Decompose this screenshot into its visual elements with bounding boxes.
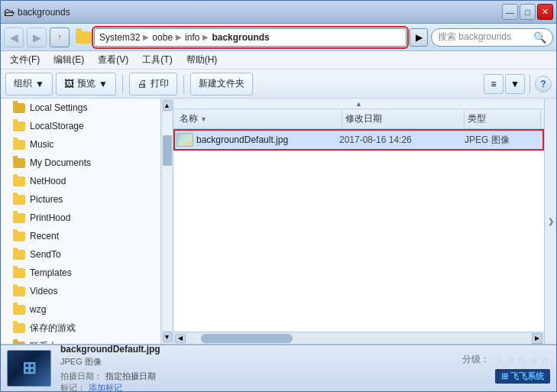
path-sep-2: ▶	[176, 33, 182, 41]
scroll-track	[163, 112, 172, 330]
maximize-button[interactable]: □	[520, 4, 536, 20]
preview-button[interactable]: 🖼 预览 ▼	[56, 73, 116, 96]
sidebar-label-my-documents: My Documents	[30, 157, 91, 168]
menu-view[interactable]: 查看(V)	[92, 52, 134, 68]
path-part-1: System32	[99, 32, 140, 43]
sidebar: Local Settings LocalStorage Music My Doc…	[1, 99, 161, 344]
sidebar-item-local-settings[interactable]: Local Settings	[1, 99, 160, 117]
sidebar-label-pictures: Pictures	[30, 194, 63, 205]
sidebar-item-recent[interactable]: Recent	[1, 227, 160, 245]
sidebar-label-localstorage: LocalStorage	[30, 121, 84, 131]
menu-help[interactable]: 帮助(H)	[180, 52, 224, 68]
sidebar-item-wzg[interactable]: wzg	[1, 300, 160, 319]
address-bar-row: ◀ ▶ ↑ System32 ▶ oobe ▶ info ▶ backgroun…	[1, 24, 556, 51]
folder-icon-wzg	[13, 305, 25, 315]
sort-indicator: ▲	[173, 99, 544, 109]
sidebar-label-recent: Recent	[30, 231, 59, 241]
hscroll-right-btn[interactable]: ▶	[532, 333, 542, 344]
status-thumb-logo: ⊞	[22, 358, 36, 378]
folder-icon-videos	[13, 287, 25, 296]
rating-label: 分级：	[462, 353, 490, 366]
sort-arrow: ▲	[355, 100, 362, 108]
sidebar-item-music[interactable]: Music	[1, 135, 160, 154]
go-button[interactable]: ▶	[410, 28, 428, 47]
star-3[interactable]: ☆	[517, 354, 527, 366]
sidebar-item-videos[interactable]: Videos	[1, 282, 160, 300]
folder-icon-localstorage	[13, 121, 25, 131]
menu-tools[interactable]: 工具(T)	[136, 52, 178, 68]
scroll-thumb[interactable]	[163, 135, 172, 166]
sidebar-item-sendto[interactable]: SendTo	[1, 245, 160, 264]
folder-icon-pictures	[13, 195, 25, 205]
col-type-label: 类型	[468, 112, 486, 125]
up-button[interactable]: ↑	[50, 28, 70, 47]
col-header-name[interactable]: 名称 ▼	[176, 109, 342, 128]
toolbar-separator-1	[122, 75, 123, 93]
tags-value[interactable]: 添加标记	[89, 382, 122, 393]
search-icon[interactable]: 🔍	[533, 31, 546, 44]
address-path[interactable]: System32 ▶ oobe ▶ info ▶ backgrounds	[94, 28, 406, 47]
sidebar-label-local-settings: Local Settings	[30, 102, 87, 113]
hscroll-left-btn[interactable]: ◀	[175, 334, 186, 343]
col-date-label: 修改日期	[345, 112, 382, 125]
folder-icon-nethood	[13, 177, 25, 186]
hscroll-thumb[interactable]	[201, 334, 293, 343]
folder-icon-sendto	[13, 250, 25, 260]
organize-arrow: ▼	[35, 79, 44, 89]
search-box[interactable]: 搜索 backgrounds 🔍	[431, 28, 553, 47]
menu-bar: 文件(F) 编辑(E) 查看(V) 工具(T) 帮助(H)	[1, 51, 556, 70]
file-row-0[interactable]: backgroundDefault.jpg 2017-08-16 14:26 J…	[173, 129, 544, 151]
help-button[interactable]: ?	[535, 76, 552, 92]
path-text: System32 ▶ oobe ▶ info ▶ backgrounds	[99, 32, 270, 43]
sidebar-item-pictures[interactable]: Pictures	[1, 190, 160, 209]
path-sep-1: ▶	[143, 33, 149, 41]
folder-icon-templates	[13, 268, 25, 278]
status-info: backgroundDefault.jpg JPEG 图像 拍摄日期： 指定拍摄…	[60, 344, 453, 393]
star-1[interactable]: ☆	[494, 354, 504, 366]
title-bar-left: 🗁 backgrounds	[4, 6, 502, 18]
sidebar-item-my-documents[interactable]: My Documents	[1, 154, 160, 172]
star-4[interactable]: ☆	[529, 354, 539, 366]
sidebar-item-saved-games[interactable]: 保存的游戏	[1, 319, 160, 337]
col-header-type[interactable]: 类型	[465, 109, 541, 128]
scroll-up-button[interactable]: ▲	[163, 100, 172, 111]
path-part-4: backgrounds	[212, 32, 269, 43]
scroll-down-button[interactable]: ▼	[163, 332, 172, 342]
sidebar-item-nethood[interactable]: NetHood	[1, 172, 160, 190]
close-button[interactable]: ✕	[537, 4, 553, 20]
print-button[interactable]: 🖨 打印	[129, 73, 177, 96]
star-2[interactable]: ☆	[506, 354, 516, 366]
col-header-date[interactable]: 修改日期	[342, 109, 465, 128]
status-tags-row: 标记： 添加标记	[60, 382, 453, 393]
window-title: backgrounds	[18, 7, 70, 18]
organize-button[interactable]: 组织 ▼	[5, 73, 53, 96]
sort-icon: ▼	[200, 115, 207, 123]
sidebar-item-templates[interactable]: Templates	[1, 264, 160, 282]
sidebar-item-printhood[interactable]: PrintHood	[1, 209, 160, 227]
toolbar-sep-view	[529, 75, 530, 93]
right-panel-toggle[interactable]: ❯	[544, 99, 556, 344]
menu-file[interactable]: 文件(F)	[4, 52, 46, 68]
back-button[interactable]: ◀	[4, 28, 24, 47]
file-name-0: backgroundDefault.jpg	[196, 134, 336, 145]
file-thumbnail-0	[176, 133, 193, 147]
sidebar-item-localstorage[interactable]: LocalStorage	[1, 117, 160, 135]
preview-icon: 🖼	[64, 78, 74, 89]
sidebar-label-sendto: SendTo	[30, 249, 61, 260]
star-5[interactable]: ☆	[540, 354, 550, 366]
minimize-button[interactable]: —	[502, 4, 518, 20]
forward-button[interactable]: ▶	[27, 28, 47, 47]
view-icon-button[interactable]: ▼	[505, 74, 525, 94]
sidebar-label-wzg: wzg	[30, 304, 46, 315]
menu-edit[interactable]: 编辑(E)	[47, 52, 90, 68]
sidebar-label-printhood: PrintHood	[30, 212, 70, 223]
status-brand: ⊞ 飞飞系统	[495, 369, 550, 384]
file-date-0: 2017-08-16 14:26	[339, 134, 461, 145]
sidebar-scrollbar[interactable]: ▲ ▼	[161, 99, 173, 344]
sidebar-label-templates: Templates	[30, 267, 72, 278]
status-meta: 拍摄日期： 指定拍摄日期 标记： 添加标记	[60, 371, 453, 393]
sidebar-label-nethood: NetHood	[30, 176, 66, 186]
view-list-button[interactable]: ≡	[484, 74, 504, 94]
new-folder-button[interactable]: 新建文件夹	[190, 73, 253, 96]
status-rating: 分级： ☆ ☆ ☆ ☆ ☆	[462, 353, 550, 366]
